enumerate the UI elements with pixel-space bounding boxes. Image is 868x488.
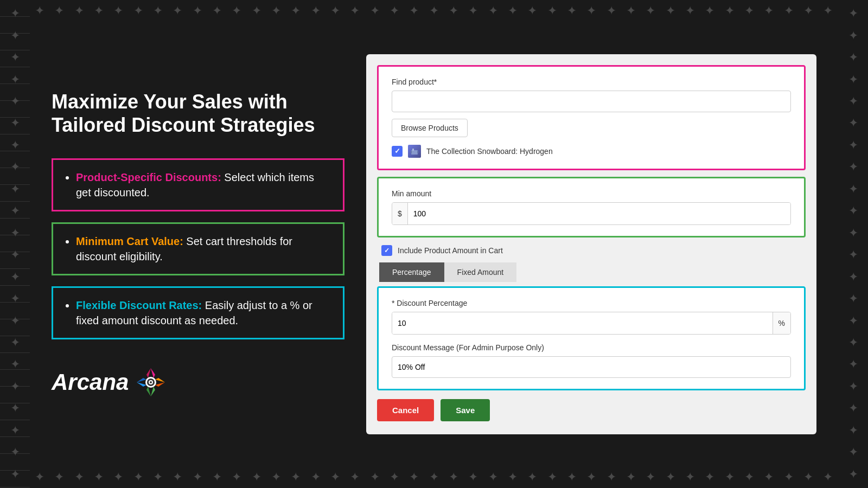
product-item: The Collection Snowboard: Hydrogen (392, 145, 791, 158)
logo-text: Arcana (52, 369, 129, 395)
find-product-input[interactable] (392, 91, 791, 112)
svg-marker-0 (151, 368, 155, 378)
browse-products-button[interactable]: Browse Products (392, 119, 468, 137)
percent-input-wrapper: % (392, 312, 791, 335)
svg-marker-3 (155, 382, 165, 387)
star-icon: ✦ (848, 160, 858, 174)
star-icon: ✦ (10, 182, 20, 196)
include-checkbox[interactable] (381, 245, 392, 256)
svg-marker-7 (137, 378, 146, 382)
discount-message-label: Discount Message (For Admin Purpose Only… (392, 343, 791, 352)
star-icon: ✦ (848, 380, 858, 394)
star-icon: ✦ (848, 29, 858, 43)
discount-percentage-label: * Discount Percentage (392, 299, 791, 307)
star-icon: ✦ (10, 467, 20, 481)
star-icon: ✦ (10, 7, 20, 21)
percentage-toggle-button[interactable]: Percentage (379, 262, 444, 282)
logo-area: Arcana (52, 367, 344, 398)
star-icon: ✦ (10, 292, 20, 306)
svg-marker-2 (155, 378, 165, 382)
min-amount-input[interactable] (408, 203, 790, 224)
feature-list: Product-Specific Discounts: Select which… (52, 158, 344, 339)
feature-box-product-specific: Product-Specific Discounts: Select which… (52, 158, 344, 211)
svg-rect-15 (417, 151, 418, 153)
right-panel: Find product* Browse Products The Collec… (366, 54, 816, 434)
product-name: The Collection Snowboard: Hydrogen (426, 147, 553, 156)
star-icon: ✦ (848, 50, 858, 65)
svg-point-11 (150, 381, 152, 383)
feature-label-3: Flexible Discount Rates: (76, 299, 202, 311)
left-border-decoration: ✦ ✦ ✦ ✦ ✦ ✦ ✦ ✦ ✦ ✦ ✦ ✦ ✦ ✦ ✦ ✦ ✦ ✦ ✦ ✦ … (0, 0, 30, 488)
star-icon: ✦ (10, 138, 20, 152)
star-icon: ✦ (10, 50, 20, 65)
star-icon: ✦ (10, 314, 20, 328)
feature-item-3: Flexible Discount Rates: Easily adjust t… (76, 298, 331, 328)
star-icon: ✦ (848, 248, 858, 262)
star-icon: ✦ (848, 204, 858, 218)
percent-symbol: % (773, 312, 790, 334)
logo-icon (135, 367, 167, 398)
feature-box-min-cart: Minimum Cart Value: Set cart thresholds … (52, 222, 344, 275)
svg-marker-5 (146, 387, 151, 396)
star-icon: ✦ (848, 445, 858, 459)
discount-message-input[interactable] (392, 356, 791, 378)
product-checkbox[interactable] (392, 146, 403, 157)
include-row: Include Product Amount in Cart (379, 245, 803, 256)
main-container: Maximize Your Sales with Tailored Discou… (30, 0, 838, 488)
find-product-label: Find product* (392, 78, 791, 86)
star-icon: ✦ (10, 116, 20, 130)
star-icon: ✦ (848, 226, 858, 240)
star-icon: ✦ (848, 423, 858, 438)
star-icon: ✦ (10, 336, 20, 350)
star-icon: ✦ (848, 357, 858, 371)
feature-label-1: Product-Specific Discounts: (76, 171, 221, 183)
star-icon: ✦ (10, 401, 20, 415)
spacer-1 (377, 170, 806, 177)
star-icon: ✦ (848, 314, 858, 328)
min-amount-section: Min amount $ (377, 177, 806, 237)
star-icon: ✦ (10, 270, 20, 284)
star-icon: ✦ (10, 423, 20, 438)
star-icon: ✦ (10, 380, 20, 394)
fixed-amount-toggle-button[interactable]: Fixed Amount (444, 262, 517, 282)
svg-rect-13 (412, 149, 414, 151)
svg-rect-14 (411, 151, 412, 153)
discount-percentage-input[interactable] (392, 312, 773, 334)
product-thumbnail (408, 145, 421, 158)
amount-input-wrapper: $ (392, 202, 791, 225)
svg-rect-12 (411, 150, 418, 155)
star-icon: ✦ (848, 73, 858, 87)
feature-label-2: Minimum Cart Value: (76, 235, 183, 247)
star-icon: ✦ (848, 138, 858, 152)
svg-marker-4 (151, 387, 155, 396)
product-section: Find product* Browse Products The Collec… (377, 65, 806, 170)
cancel-button[interactable]: Cancel (377, 399, 434, 421)
star-icon: ✦ (848, 7, 858, 21)
star-icon: ✦ (10, 204, 20, 218)
star-icon: ✦ (10, 445, 20, 459)
star-icon: ✦ (10, 29, 20, 43)
star-icon: ✦ (10, 248, 20, 262)
svg-marker-1 (146, 368, 151, 378)
save-button[interactable]: Save (441, 399, 490, 421)
star-icon: ✦ (10, 357, 20, 371)
star-icon: ✦ (10, 160, 20, 174)
action-buttons: Cancel Save (377, 390, 806, 423)
min-amount-label: Min amount (392, 189, 791, 198)
star-icon: ✦ (848, 292, 858, 306)
middle-controls: Include Product Amount in Cart Percentag… (377, 237, 806, 286)
star-icon: ✦ (848, 401, 858, 415)
star-icon: ✦ (10, 226, 20, 240)
star-icon: ✦ (10, 73, 20, 87)
star-icon: ✦ (10, 94, 20, 108)
svg-marker-6 (137, 382, 146, 387)
product-thumb-icon (410, 147, 419, 156)
star-icon: ✦ (848, 182, 858, 196)
star-icon: ✦ (848, 270, 858, 284)
star-icon: ✦ (848, 336, 858, 350)
page-title: Maximize Your Sales with Tailored Discou… (52, 90, 344, 137)
star-icon: ✦ (848, 467, 858, 481)
right-border-decoration: ✦ ✦ ✦ ✦ ✦ ✦ ✦ ✦ ✦ ✦ ✦ ✦ ✦ ✦ ✦ ✦ ✦ ✦ ✦ ✦ … (838, 0, 868, 488)
left-panel: Maximize Your Sales with Tailored Discou… (52, 90, 366, 398)
star-icon: ✦ (848, 116, 858, 130)
